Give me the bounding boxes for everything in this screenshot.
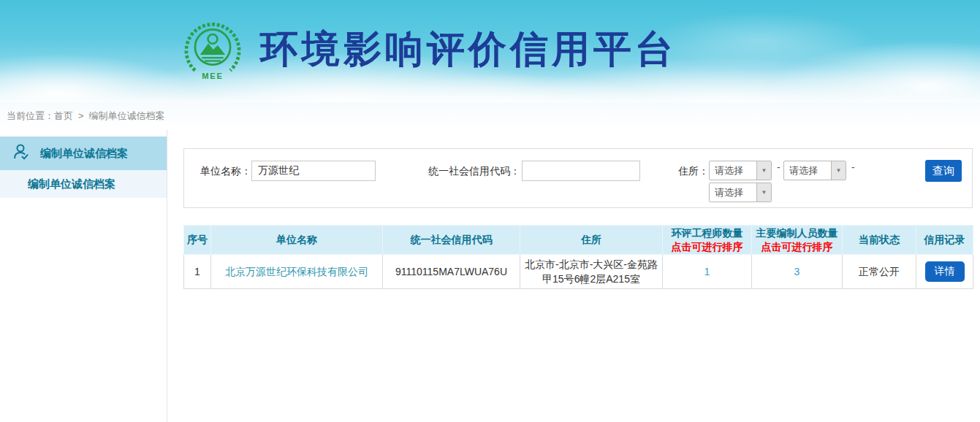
staff-count-title: 主要编制人员数量 xyxy=(756,227,838,239)
col-header-index: 序号 xyxy=(184,226,211,255)
col-header-address: 住所 xyxy=(520,226,663,255)
main-panel: 单位名称： 统一社会信用代码： 住所： 请选择 ▼ - 请选择 ▼ - 请选择 … xyxy=(183,130,973,422)
province-select-value: 请选择 xyxy=(710,161,756,180)
person-check-icon xyxy=(12,142,31,164)
table-row: 1 北京万源世纪环保科技有限公司 91110115MA7LWUA76U 北京市-… xyxy=(184,255,973,289)
cell-index: 1 xyxy=(184,255,211,289)
engineer-count-link[interactable]: 1 xyxy=(704,266,710,277)
search-panel: 单位名称： 统一社会信用代码： 住所： 请选择 ▼ - 请选择 ▼ - 请选择 … xyxy=(183,148,973,208)
breadcrumb-separator: > xyxy=(78,110,84,121)
col-header-credit-record: 信用记录 xyxy=(916,226,973,255)
col-header-engineer-count[interactable]: 环评工程师数量 点击可进行排序 xyxy=(663,226,752,255)
col-header-company: 单位名称 xyxy=(211,226,383,255)
cell-credit-code: 91110115MA7LWUA76U xyxy=(383,255,520,289)
mee-logo-icon: MEE xyxy=(181,18,244,81)
table-header-row: 序号 单位名称 统一社会信用代码 住所 环评工程师数量 点击可进行排序 主要编制… xyxy=(184,226,973,255)
credit-code-label: 统一社会信用代码： xyxy=(418,161,520,181)
sort-hint[interactable]: 点击可进行排序 xyxy=(753,240,840,254)
breadcrumb-prefix: 当前位置： xyxy=(7,110,54,121)
svg-text:MEE: MEE xyxy=(202,72,223,80)
chevron-down-icon[interactable]: ▼ xyxy=(756,183,771,202)
cell-company: 北京万源世纪环保科技有限公司 xyxy=(211,255,383,289)
unit-name-input[interactable] xyxy=(251,161,376,181)
sidebar: 编制单位诚信档案 编制单位诚信档案 xyxy=(0,130,167,422)
address-district-select[interactable]: 请选择 ▼ xyxy=(709,183,772,202)
sidebar-item-label: 编制单位诚信档案 xyxy=(40,147,128,161)
cell-credit-record: 详情 xyxy=(916,255,973,289)
sidebar-subitem-unit-credit-archive[interactable]: 编制单位诚信档案 xyxy=(0,170,167,198)
col-header-status: 当前状态 xyxy=(843,226,916,255)
sort-hint[interactable]: 点击可进行排序 xyxy=(664,240,750,254)
results-table: 序号 单位名称 统一社会信用代码 住所 环评工程师数量 点击可进行排序 主要编制… xyxy=(183,225,973,289)
breadcrumb-current: 编制单位诚信档案 xyxy=(89,110,165,121)
address-dash: - xyxy=(777,161,780,173)
col-header-staff-count[interactable]: 主要编制人员数量 点击可进行排序 xyxy=(752,226,843,255)
content-area: 编制单位诚信档案 编制单位诚信档案 单位名称： 统一社会信用代码： 住所： 请选… xyxy=(0,130,980,422)
chevron-down-icon[interactable]: ▼ xyxy=(756,161,771,180)
detail-button[interactable]: 详情 xyxy=(925,261,965,282)
cell-staff-count: 3 xyxy=(752,255,843,289)
cell-address: 北京市-北京市-大兴区-金苑路甲15号6幢2层A215室 xyxy=(520,255,663,289)
unit-name-label: 单位名称： xyxy=(200,161,251,181)
chevron-down-icon[interactable]: ▼ xyxy=(831,161,846,180)
breadcrumb: 当前位置：首页>编制单位诚信档案 xyxy=(0,102,980,130)
engineer-count-title: 环评工程师数量 xyxy=(672,227,743,239)
site-header: MEE 环境影响评价信用平台 xyxy=(0,0,980,102)
address-city-select[interactable]: 请选择 ▼ xyxy=(783,161,846,180)
staff-count-link[interactable]: 3 xyxy=(794,266,800,277)
address-province-select[interactable]: 请选择 ▼ xyxy=(709,161,772,180)
district-select-value: 请选择 xyxy=(710,183,756,202)
address-label: 住所： xyxy=(678,161,709,181)
cell-status: 正常公开 xyxy=(843,255,916,289)
sidebar-item-unit-credit-archive[interactable]: 编制单位诚信档案 xyxy=(0,137,167,170)
company-link[interactable]: 北京万源世纪环保科技有限公司 xyxy=(225,266,368,277)
site-title: 环境影响评价信用平台 xyxy=(260,24,677,75)
query-button[interactable]: 查询 xyxy=(925,160,962,182)
breadcrumb-home-link[interactable]: 首页 xyxy=(54,110,73,121)
cell-engineer-count: 1 xyxy=(663,255,752,289)
address-dash: - xyxy=(851,161,855,173)
credit-code-input[interactable] xyxy=(522,161,640,181)
brand: MEE 环境影响评价信用平台 xyxy=(181,18,677,81)
city-select-value: 请选择 xyxy=(784,161,831,180)
col-header-credit-code: 统一社会信用代码 xyxy=(383,226,520,255)
